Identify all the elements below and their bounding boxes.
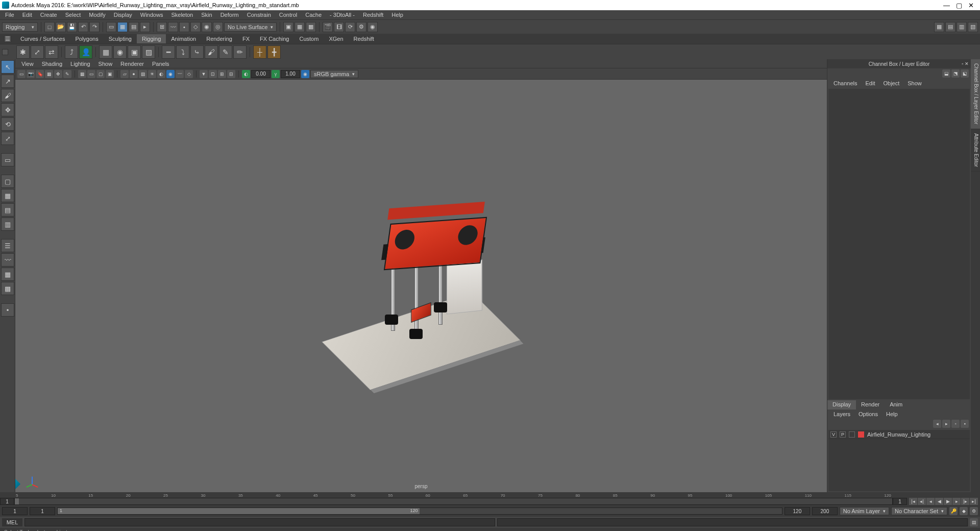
- menu-skeleton[interactable]: Skeleton: [167, 12, 197, 18]
- smooth-bind-icon[interactable]: ━: [162, 45, 175, 59]
- vp-gate-mask-icon[interactable]: ▣: [106, 70, 114, 78]
- cluster-icon[interactable]: ◉: [113, 45, 127, 59]
- blend-shape-icon[interactable]: ▨: [142, 45, 155, 59]
- wrap-icon[interactable]: ▣: [128, 45, 141, 59]
- range-slider[interactable]: 1 120: [57, 508, 782, 515]
- vtab-channel-box[interactable]: Channel Box / Layer Editor: [971, 59, 980, 129]
- toggle-attribute-editor-button[interactable]: ▧: [968, 22, 978, 32]
- vp-colorspace-icon[interactable]: ◉: [301, 70, 309, 78]
- vp-antialias-icon[interactable]: ◇: [185, 70, 193, 78]
- four-pane-layout[interactable]: ▦: [1, 189, 14, 202]
- select-by-object-button[interactable]: ▭: [106, 22, 116, 32]
- perspective-viewport[interactable]: persp: [15, 80, 827, 492]
- layer-menu-help[interactable]: Help: [882, 411, 902, 417]
- menu-3dtoall[interactable]: - 3DtoAll -: [326, 12, 359, 18]
- layer-type-toggle[interactable]: [849, 431, 855, 438]
- hypershade-layout[interactable]: ▦: [1, 268, 14, 281]
- anim-layer-dropdown[interactable]: No Anim Layer: [840, 507, 889, 515]
- menu-help[interactable]: Help: [387, 12, 407, 18]
- vp-gamma-input[interactable]: [281, 70, 300, 78]
- shelf-layout-button[interactable]: [2, 49, 8, 55]
- window-maximize-button[interactable]: ▢: [956, 2, 962, 9]
- vp-gamma-icon[interactable]: γ: [272, 70, 280, 78]
- layer-tab-anim[interactable]: Anim: [885, 400, 908, 409]
- vp-menu-show[interactable]: Show: [94, 61, 117, 67]
- command-input[interactable]: [24, 518, 495, 526]
- single-pane-layout[interactable]: ▢: [1, 175, 14, 188]
- menu-windows[interactable]: Windows: [136, 12, 167, 18]
- live-surface-dropdown[interactable]: No Live Surface: [224, 22, 277, 32]
- constraint-point-icon[interactable]: ╋: [267, 45, 281, 59]
- play-forward-button[interactable]: ▶: [944, 498, 952, 505]
- layer-tab-render[interactable]: Render: [856, 400, 885, 409]
- shelf-tab-custom[interactable]: Custom: [295, 34, 324, 43]
- rigid-bind-icon[interactable]: ⤵: [176, 45, 189, 59]
- vp-exposure-input[interactable]: [251, 70, 271, 78]
- shelf-tab-rigging[interactable]: Rigging: [137, 34, 166, 43]
- playback-prefs-button[interactable]: ⚙: [970, 507, 978, 515]
- rotate-tool[interactable]: ⟲: [1, 117, 14, 131]
- go-to-end-button[interactable]: ▸|: [970, 498, 978, 505]
- ipr-button[interactable]: ▩: [306, 22, 316, 32]
- vp-shaded-icon[interactable]: ●: [130, 70, 138, 78]
- step-back-key-button[interactable]: ◂|: [918, 498, 926, 505]
- cb-menu-channels[interactable]: Channels: [829, 80, 861, 86]
- shelf-tab-curves[interactable]: Curves / Surfaces: [15, 34, 70, 43]
- cb-menu-show[interactable]: Show: [903, 80, 926, 86]
- menu-redshift[interactable]: Redshift: [359, 12, 387, 18]
- shelf-menu-button[interactable]: ☰: [4, 35, 11, 42]
- range-in-input[interactable]: [30, 507, 55, 515]
- layer-new-selected-icon[interactable]: ▪: [961, 420, 969, 428]
- vp-select-camera-icon[interactable]: ▭: [17, 70, 26, 78]
- custom-layout[interactable]: •: [1, 303, 14, 317]
- redo-button[interactable]: ↷: [89, 22, 100, 32]
- set-key-button[interactable]: ◆: [960, 507, 968, 515]
- layer-move-down-icon[interactable]: ▸: [942, 420, 950, 428]
- vp-film-gate-icon[interactable]: ▭: [87, 70, 95, 78]
- render-settings-button[interactable]: ⚙: [356, 22, 366, 32]
- select-tool[interactable]: ↖: [1, 60, 14, 74]
- joint-tool-icon[interactable]: ✱: [16, 45, 30, 59]
- render-sequence-button[interactable]: 🎞: [334, 22, 344, 32]
- shelf-tab-animation[interactable]: Animation: [166, 34, 201, 43]
- menu-file[interactable]: File: [1, 12, 18, 18]
- make-live-button[interactable]: ◎: [213, 22, 223, 32]
- vp-menu-panels[interactable]: Panels: [148, 61, 174, 67]
- render-view-button[interactable]: ▦: [295, 22, 305, 32]
- outliner-layout[interactable]: ☰: [1, 239, 14, 252]
- window-close-button[interactable]: ✕: [968, 2, 974, 9]
- cb-menu-edit[interactable]: Edit: [861, 80, 879, 86]
- move-tool[interactable]: ✥: [1, 103, 14, 116]
- detach-skin-icon[interactable]: ⤷: [190, 45, 204, 59]
- menu-skin[interactable]: Skin: [197, 12, 216, 18]
- vp-xray-active-icon[interactable]: ⊟: [227, 70, 235, 78]
- select-hierarchy-button[interactable]: ▤: [129, 22, 139, 32]
- vp-ao-icon[interactable]: ◉: [166, 70, 175, 78]
- vp-menu-view[interactable]: View: [17, 61, 38, 67]
- menu-constrain[interactable]: Constrain: [243, 12, 275, 18]
- command-lang-label[interactable]: MEL: [2, 518, 22, 526]
- layer-menu-options[interactable]: Options: [854, 411, 882, 417]
- vp-bookmark-icon[interactable]: 🔖: [36, 70, 44, 78]
- shelf-tab-polygons[interactable]: Polygons: [70, 34, 103, 43]
- copy-weights-icon[interactable]: ✏: [233, 45, 247, 59]
- ik-handle-icon[interactable]: ⤴: [65, 45, 78, 59]
- vp-motion-blur-icon[interactable]: 〰: [176, 70, 184, 78]
- range-out-input[interactable]: [785, 507, 810, 515]
- hypershade-button[interactable]: ◉: [368, 22, 378, 32]
- vp-menu-lighting[interactable]: Lighting: [66, 61, 94, 67]
- shelf-tab-redshift[interactable]: Redshift: [349, 34, 379, 43]
- time-scrubber[interactable]: [15, 498, 19, 504]
- channel-speed-icon[interactable]: ⬔: [951, 69, 960, 78]
- auto-key-button[interactable]: 🔑: [949, 507, 958, 515]
- workspace-dropdown[interactable]: Rigging: [2, 22, 38, 32]
- play-backward-button[interactable]: ◀: [935, 498, 943, 505]
- insert-joint-icon[interactable]: ⤢: [31, 45, 44, 59]
- range-start-input[interactable]: [2, 507, 28, 515]
- paint-select-tool[interactable]: 🖌: [1, 89, 14, 102]
- save-scene-button[interactable]: 💾: [67, 22, 77, 32]
- vp-camera-attr-icon[interactable]: 📷: [27, 70, 35, 78]
- vp-wireframe-icon[interactable]: ▱: [120, 70, 129, 78]
- construction-history-button[interactable]: ▣: [283, 22, 293, 32]
- menu-modify[interactable]: Modify: [85, 12, 109, 18]
